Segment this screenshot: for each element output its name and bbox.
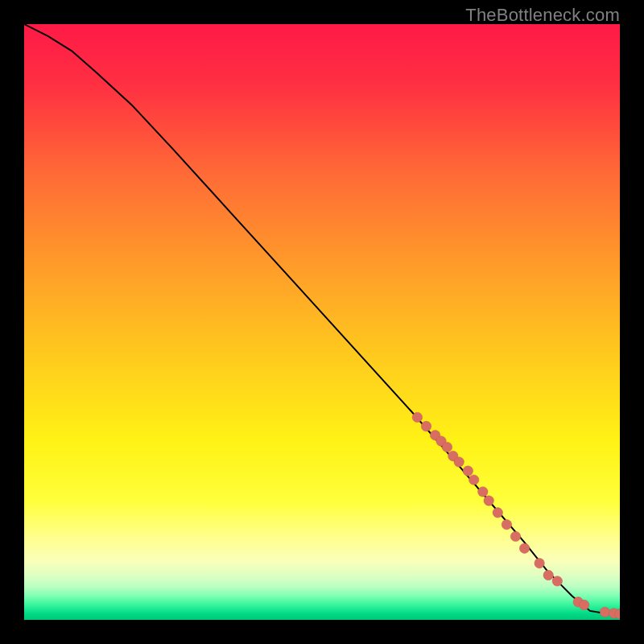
data-point <box>502 519 511 529</box>
data-point <box>510 531 520 541</box>
data-point <box>454 457 464 467</box>
bottleneck-curve <box>24 24 620 614</box>
data-point <box>463 466 473 476</box>
watermark-text: TheBottleneck.com <box>465 5 620 26</box>
data-point <box>535 559 544 568</box>
data-point <box>478 487 488 497</box>
data-point <box>552 576 562 586</box>
data-point <box>493 508 502 518</box>
chart-overlay <box>24 24 620 620</box>
data-point <box>519 543 529 553</box>
data-point <box>543 570 553 580</box>
data-markers <box>412 412 620 619</box>
plot-area <box>24 24 620 620</box>
data-point <box>412 412 422 422</box>
data-point <box>579 600 588 609</box>
data-point <box>469 475 479 485</box>
chart-frame: TheBottleneck.com <box>0 0 644 644</box>
data-point <box>421 421 431 431</box>
data-point <box>442 442 452 452</box>
data-point <box>600 607 609 617</box>
data-point <box>484 496 493 506</box>
